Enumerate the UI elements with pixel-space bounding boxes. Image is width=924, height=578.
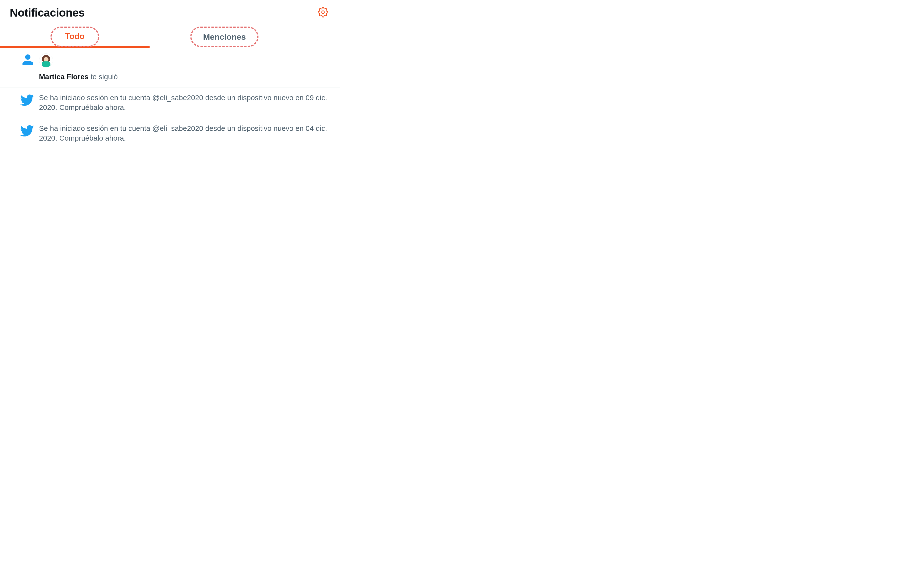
twitter-icon	[19, 123, 34, 139]
notification-text: Se ha iniciado sesión en tu cuenta @eli_…	[39, 93, 330, 112]
notification-text: Martica Flores te siguió	[39, 72, 330, 82]
notification-content: Se ha iniciado sesión en tu cuenta @eli_…	[39, 93, 330, 112]
notification-login[interactable]: Se ha iniciado sesión en tu cuenta @eli_…	[0, 88, 340, 118]
notifications-list: Martica Flores te siguió Se ha iniciado …	[0, 48, 340, 149]
twitter-icon	[19, 93, 34, 109]
page-title: Notificaciones	[10, 6, 84, 19]
gear-icon	[318, 7, 328, 18]
avatar-illustration	[41, 55, 51, 67]
notification-type-icon-col	[19, 93, 34, 112]
notification-content: Se ha iniciado sesión en tu cuenta @eli_…	[39, 123, 330, 143]
notification-text: Se ha iniciado sesión en tu cuenta @eli_…	[39, 123, 330, 143]
person-icon	[21, 54, 34, 67]
actor-name: Martica Flores	[39, 73, 88, 81]
tab-label: Menciones	[203, 32, 246, 41]
tab-mentions[interactable]: Menciones	[149, 25, 299, 48]
avatar[interactable]	[39, 54, 53, 68]
tab-all[interactable]: Todo	[0, 25, 149, 48]
settings-button[interactable]	[316, 5, 330, 20]
notification-content: Martica Flores te siguió	[39, 54, 330, 82]
tab-label: Todo	[65, 31, 85, 41]
header: Notificaciones	[0, 0, 340, 25]
notification-login[interactable]: Se ha iniciado sesión en tu cuenta @eli_…	[0, 118, 340, 149]
notification-type-icon-col	[19, 54, 34, 82]
notification-type-icon-col	[19, 123, 34, 143]
action-text: te siguió	[91, 73, 118, 81]
svg-point-0	[322, 11, 324, 14]
tabs: Todo Menciones	[0, 25, 340, 48]
notification-follow[interactable]: Martica Flores te siguió	[0, 48, 340, 88]
